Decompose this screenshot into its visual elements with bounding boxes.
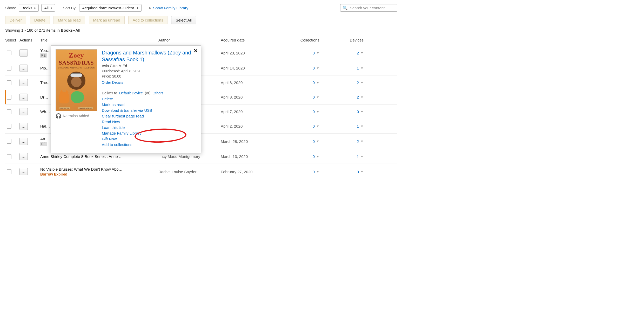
row-date: April 8, 2020 [221,80,283,85]
row-actions-button[interactable]: ... [19,94,28,101]
show-family-library-link[interactable]: ▶ Show Family Library [149,6,188,10]
close-icon[interactable]: ✕ [193,48,198,54]
chevron-down-icon: ▼ [360,66,364,70]
book-cover: ZoeyAND SASSAFRAS DRAGONS AND MARSHMALLO… [56,49,97,111]
popup-read-now-link[interactable]: Read Now [102,120,196,124]
row-devices-count[interactable]: 1▼ [325,124,369,128]
headphones-icon: 🎧 [56,113,61,119]
order-details-link[interactable]: Order Details [102,80,123,85]
row-devices-count[interactable]: 2▼ [325,80,369,85]
row-devices-count[interactable]: 0▼ [325,170,369,174]
row-collections-count[interactable]: 0▼ [283,154,325,159]
chevron-down-icon: ▼ [360,155,364,158]
popup-manage-family-link[interactable]: Manage Family Library [102,131,196,135]
popup-delete-link[interactable]: Delete [102,97,196,101]
popup-price: Price: $0.00 [102,74,196,78]
deliver-button[interactable]: Deliver [5,16,26,24]
row-collections-count[interactable]: 0▼ [283,124,325,128]
row-collections-count[interactable]: 0▼ [283,109,325,114]
row-author: Lucy Maud Montgomery [158,154,221,159]
updown-icon: ▲▼ [137,7,139,9]
row-actions-button[interactable]: ... [19,153,28,160]
show-filter-select[interactable]: All ▲▼ [41,4,55,12]
sort-select[interactable]: Acquired date: Newest-Oldest ▲▼ [79,4,142,12]
add-to-collections-button[interactable]: Add to collections [128,16,168,24]
row-checkbox[interactable] [7,169,11,174]
row-actions-button[interactable]: ... [19,49,28,57]
row-collections-count[interactable]: 0▼ [283,170,325,174]
row-checkbox[interactable] [7,80,11,85]
row-checkbox[interactable] [7,66,11,71]
row-actions-button[interactable]: ... [19,138,28,145]
header-title: Title [40,38,158,42]
row-date: April 14, 2020 [221,66,283,70]
row-actions-button[interactable]: ... [19,123,28,130]
mark-as-read-button[interactable]: Mark as read [53,16,85,24]
sort-label: Sort By: [63,6,77,10]
popup-add-collections-link[interactable]: Add to collections [102,142,196,147]
deliver-label: Deliver to [102,91,117,95]
delete-button[interactable]: Delete [30,16,50,24]
narration-label: Narration Added [63,114,89,118]
row-devices-count[interactable]: 1▼ [325,66,369,70]
row-collections-count[interactable]: 0▼ [283,66,325,70]
row-collections-count[interactable]: 0▼ [283,80,325,85]
header-devices: Devices [325,38,369,42]
chevron-down-icon: ▼ [360,139,364,143]
show-select[interactable]: Books ▲▼ [19,4,39,12]
popup-clear-page-link[interactable]: Clear furthest page read [102,114,196,118]
row-date: March 13, 2020 [221,154,283,159]
row-devices-count[interactable]: 0▼ [325,109,369,114]
chevron-down-icon: ▼ [360,110,364,114]
row-checkbox[interactable] [7,124,11,129]
row-devices-count[interactable]: 1▼ [325,154,369,159]
mark-as-unread-button[interactable]: Mark as unread [89,16,125,24]
status-badge: RE [40,142,47,146]
row-checkbox[interactable] [7,109,11,114]
select-all-button[interactable]: Select All [171,16,196,24]
search-input[interactable] [350,6,395,10]
popup-download-usb-link[interactable]: Download & transfer via USB [102,108,196,113]
header-author: Author [158,38,221,42]
row-title[interactable]: Anne Shirley Complete 8-Book Series : An… [40,154,158,159]
row-checkbox[interactable] [7,95,11,100]
chevron-down-icon: ▼ [316,124,319,128]
row-checkbox[interactable] [7,154,11,159]
row-devices-count[interactable]: 2▼ [325,95,369,99]
row-collections-count[interactable]: 0▼ [283,95,325,99]
item-detail-popup: ✕ ZoeyAND SASSAFRAS DRAGONS AND MARSHMAL… [51,45,201,153]
row-collections-count[interactable]: 0▼ [283,139,325,144]
row-actions-button[interactable]: ... [19,108,28,115]
chevron-down-icon: ▼ [360,95,364,99]
row-actions-button[interactable]: ... [19,65,28,72]
row-checkbox[interactable] [7,139,11,144]
row-actions-button[interactable]: ... [19,168,28,175]
triangle-right-icon: ▶ [149,6,151,9]
status-badge: RE [40,53,47,58]
popup-title-link[interactable]: Dragons and Marshmallows (Zoey and Sassa… [102,49,196,63]
chevron-down-icon: ▼ [316,51,319,55]
row-devices-count[interactable]: 2▼ [325,51,369,55]
chevron-down-icon: ▼ [316,66,319,70]
chevron-down-icon: ▼ [360,124,364,128]
row-date: April 2, 2020 [221,124,283,128]
popup-purchased: Purchased: April 8, 2020 [102,69,196,73]
search-icon: 🔍 [343,5,348,10]
row-collections-count[interactable]: 0▼ [283,51,325,55]
borrow-expired-label: Borrow Expired [40,172,158,176]
popup-gift-now-link[interactable]: Gift Now [102,137,196,141]
popup-mark-read-link[interactable]: Mark as read [102,102,196,107]
bulk-actions-toolbar: Deliver Delete Mark as read Mark as unre… [5,14,397,28]
popup-loan-title-link[interactable]: Loan this title [102,125,196,130]
chevron-down-icon: ▼ [360,81,364,85]
row-devices-count[interactable]: 2▼ [325,139,369,144]
popup-info: Dragons and Marshmallows (Zoey and Sassa… [102,49,196,148]
chevron-down-icon: ▼ [316,170,319,173]
chevron-down-icon: ▼ [316,110,319,114]
row-checkbox[interactable] [7,51,11,55]
deliver-others-link[interactable]: Others [152,91,163,95]
search-content[interactable]: 🔍 [340,4,397,12]
row-actions-button[interactable]: ... [19,79,28,86]
row-title[interactable]: No Visible Bruises: What We Don't Know A… [40,167,158,176]
deliver-default-device-link[interactable]: Default Device [119,91,143,95]
